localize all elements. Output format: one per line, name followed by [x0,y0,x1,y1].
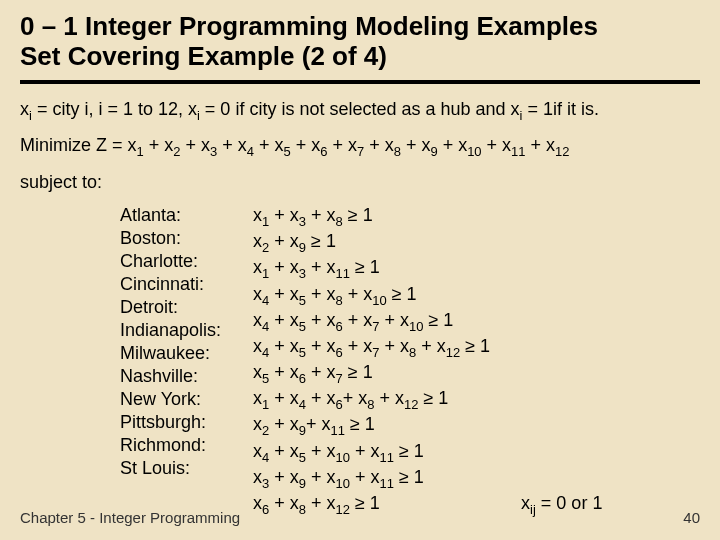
constraint-expression: x2 + x9+ x11 ≥ 1 [253,413,563,439]
footer-chapter: Chapter 5 - Integer Programming [20,509,240,526]
objective-function: Minimize Z = x1 + x2 + x3 + x4 + x5 + x6… [20,134,700,160]
slide-title: 0 – 1 Integer Programming Modeling Examp… [20,12,700,72]
constraint-expression: x1 + x3 + x8 ≥ 1 [253,204,563,230]
constraint-expression: x4 + x5 + x8 + x10 ≥ 1 [253,283,563,309]
city-column: Atlanta:Boston:Charlotte:Cincinnati:Detr… [120,204,221,518]
constraint-expression: x1 + x3 + x11 ≥ 1 [253,256,563,282]
slide: 0 – 1 Integer Programming Modeling Examp… [0,0,720,540]
constraints-block: Atlanta:Boston:Charlotte:Cincinnati:Detr… [120,204,700,518]
subject-to-label: subject to: [20,171,700,194]
title-line-2: Set Covering Example (2 of 4) [20,42,700,72]
expression-column: x1 + x3 + x8 ≥ 1x2 + x9 ≥ 1x1 + x3 + x11… [253,204,563,518]
constraint-expression: x1 + x4 + x6+ x8 + x12 ≥ 1 [253,387,563,413]
city-label: Boston: [120,227,221,250]
city-label: New York: [120,388,221,411]
slide-footer: Chapter 5 - Integer Programming 40 [20,509,700,526]
city-label: Detroit: [120,296,221,319]
city-label: Atlanta: [120,204,221,227]
city-label: Nashville: [120,365,221,388]
city-label: Richmond: [120,434,221,457]
city-label: Pittsburgh: [120,411,221,434]
constraint-expression: x2 + x9 ≥ 1 [253,230,563,256]
city-label: Charlotte: [120,250,221,273]
footer-page-number: 40 [683,509,700,526]
city-label: Milwaukee: [120,342,221,365]
constraint-expression: x4 + x5 + x10 + x11 ≥ 1 [253,440,563,466]
title-line-1: 0 – 1 Integer Programming Modeling Examp… [20,12,700,42]
title-divider [20,80,700,84]
constraint-expression: x4 + x5 + x6 + x7 + x10 ≥ 1 [253,309,563,335]
city-label: St Louis: [120,457,221,480]
slide-body: xi = city i, i = 1 to 12, xi = 0 if city… [20,98,700,518]
constraint-expression: x4 + x5 + x6 + x7 + x8 + x12 ≥ 1 [253,335,563,361]
variable-definition: xi = city i, i = 1 to 12, xi = 0 if city… [20,98,700,124]
constraint-expression: x5 + x6 + x7 ≥ 1 [253,361,563,387]
city-label: Indianapolis: [120,319,221,342]
constraint-expression: x3 + x9 + x10 + x11 ≥ 1 [253,466,563,492]
city-label: Cincinnati: [120,273,221,296]
